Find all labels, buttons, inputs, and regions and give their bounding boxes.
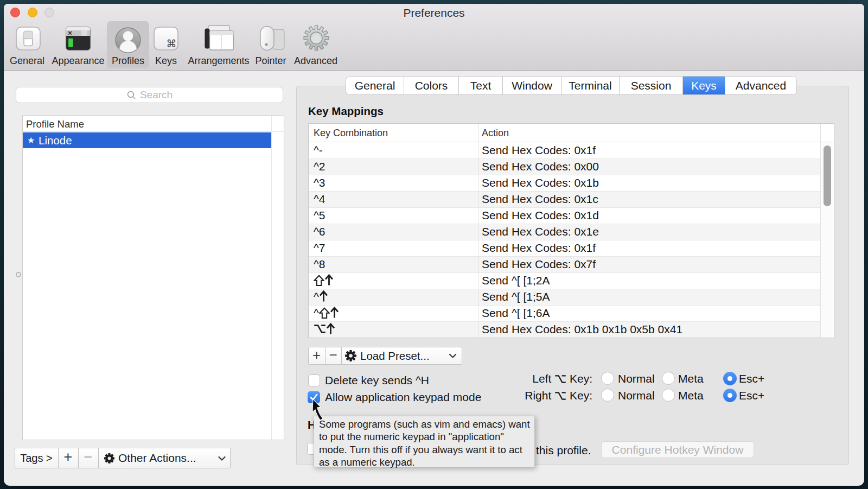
svg-text:⌘: ⌘ xyxy=(167,38,177,49)
